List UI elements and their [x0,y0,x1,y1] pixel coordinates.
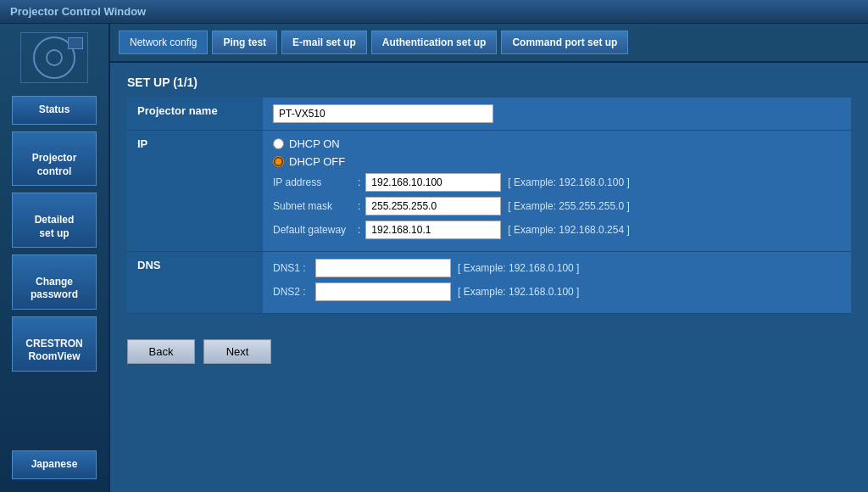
dns1-example: [ Example: 192.168.0.100 ] [458,262,579,274]
default-gateway-example: [ Example: 192.168.0.254 ] [508,224,629,236]
sidebar-item-status[interactable]: Status [12,96,97,125]
content-area: Network config Ping test E-mail set up A… [110,24,868,492]
ip-address-input[interactable] [365,173,501,192]
back-button[interactable]: Back [127,339,195,364]
subnet-mask-input[interactable] [365,197,501,215]
title-bar: Projector Control Window [0,0,868,24]
logo-area [20,32,88,83]
dns1-row: DNS1 : [ Example: 192.168.0.100 ] [273,259,841,277]
dhcp-on-label: DHCP ON [289,137,340,150]
dns-cell: DNS1 : [ Example: 192.168.0.100 ] DNS2 :… [263,252,851,314]
dhcp-on-option: DHCP ON [273,137,841,150]
sidebar-item-projector-control[interactable]: Projector control [12,131,97,187]
sidebar-item-detailed-setup[interactable]: Detailed set up [12,193,97,248]
dhcp-off-radio[interactable] [273,156,284,167]
sidebar-item-crestron-roomview[interactable]: CRESTRON RoomView [12,316,97,372]
dns2-row: DNS2 : [ Example: 192.168.0.100 ] [273,282,841,301]
tab-ping-test[interactable]: Ping test [212,31,277,54]
ip-address-example: [ Example: 192.168.0.100 ] [508,176,629,188]
projector-name-input[interactable] [273,104,493,123]
form-area: SET UP (1/1) Projector name IP [110,63,868,327]
dhcp-off-label: DHCP OFF [289,155,345,168]
setup-title: SET UP (1/1) [127,75,851,89]
dns-label: DNS [127,252,263,314]
tab-email-setup[interactable]: E-mail set up [281,31,367,54]
tab-command-port-setup[interactable]: Command port set up [501,31,628,54]
dhcp-section: IP address : [ Example: 192.168.0.100 ] … [273,173,841,239]
dns-row: DNS DNS1 : [ Example: 192.168.0.100 ] DN… [127,252,851,314]
default-gateway-row: Default gateway : [ Example: 192.168.0.2… [273,221,841,239]
projector-name-label: Projector name [127,98,263,131]
dns2-label: DNS2 : [273,286,315,298]
dhcp-off-option: DHCP OFF [273,155,841,168]
form-table: Projector name IP DHCP ON [127,98,851,314]
dhcp-on-radio[interactable] [273,138,284,149]
sidebar-item-change-password[interactable]: Change password [12,254,97,310]
dns1-input[interactable] [315,259,451,277]
sidebar: Status Projector control Detailed set up… [0,24,110,492]
subnet-mask-row: Subnet mask : [ Example: 255.255.255.0 ] [273,197,841,215]
sidebar-item-japanese[interactable]: Japanese [12,450,97,479]
projector-name-row: Projector name [127,98,851,131]
ip-row: IP DHCP ON DHCP OFF [127,131,851,252]
logo-inner [46,49,63,66]
tab-bar: Network config Ping test E-mail set up A… [110,24,868,63]
ip-address-row: IP address : [ Example: 192.168.0.100 ] [273,173,841,192]
ip-label: IP [127,131,263,252]
subnet-mask-example: [ Example: 255.255.255.0 ] [508,200,629,212]
subnet-mask-label: Subnet mask [273,200,358,212]
title-label: Projector Control Window [10,5,146,18]
tab-auth-setup[interactable]: Authentication set up [371,31,498,54]
next-button[interactable]: Next [203,339,271,364]
default-gateway-label: Default gateway [273,224,358,236]
logo-square [68,37,83,49]
ip-cell: DHCP ON DHCP OFF IP address : [263,131,851,252]
projector-name-cell [263,98,851,131]
ip-address-label: IP address [273,176,358,188]
dns2-input[interactable] [315,282,451,301]
bottom-buttons: Back Next [110,327,868,377]
dns1-label: DNS1 : [273,262,315,274]
dns2-example: [ Example: 192.168.0.100 ] [458,286,579,298]
tab-network-config[interactable]: Network config [119,31,208,54]
default-gateway-input[interactable] [365,221,501,239]
